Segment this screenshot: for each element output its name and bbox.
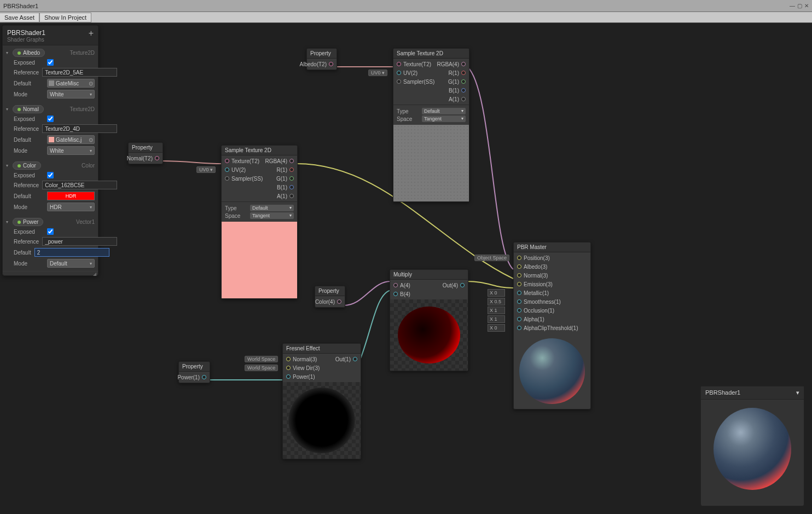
- input-port[interactable]: [517, 282, 521, 286]
- show-in-project-button[interactable]: Show In Project: [39, 13, 91, 22]
- mode-dropdown[interactable]: HDR: [47, 203, 95, 211]
- close-icon[interactable]: ✕: [804, 3, 809, 9]
- input-port[interactable]: [286, 374, 291, 379]
- input-port[interactable]: [225, 176, 229, 181]
- node-pbr-master[interactable]: PBR Master Object Space Position(3) Albe…: [513, 242, 591, 409]
- collapse-icon[interactable]: ▾: [6, 107, 10, 112]
- uv-tag[interactable]: UV0 ▾: [196, 166, 216, 173]
- output-port[interactable]: [155, 156, 159, 160]
- input-port[interactable]: [517, 291, 521, 295]
- type-dropdown[interactable]: Default: [422, 108, 466, 114]
- space-tag[interactable]: Object Space: [474, 255, 509, 261]
- property-color[interactable]: ▾ Color Color Exposed Reference Default …: [3, 158, 98, 215]
- output-port[interactable]: [461, 71, 466, 75]
- output-port[interactable]: [289, 194, 294, 198]
- input-port[interactable]: [397, 79, 401, 84]
- reference-input[interactable]: [42, 68, 117, 77]
- output-port[interactable]: [461, 79, 466, 84]
- texture-object-field[interactable]: GateMisc.j⊙: [47, 135, 95, 144]
- exposed-checkbox[interactable]: [47, 228, 54, 235]
- output-port[interactable]: [461, 62, 466, 66]
- node-property-normal[interactable]: Property Nomal(T2): [128, 142, 163, 164]
- property-pill[interactable]: Albedo: [13, 49, 45, 57]
- property-normal[interactable]: ▾ Nomal Texture2D Exposed Reference Defa…: [3, 102, 98, 158]
- texture-object-field[interactable]: GateMisc⊙: [47, 79, 95, 88]
- maximize-icon[interactable]: ▢: [797, 3, 802, 9]
- space-tag[interactable]: World Space: [245, 365, 278, 371]
- input-port[interactable]: [225, 159, 229, 163]
- object-picker-icon[interactable]: ⊙: [89, 137, 93, 143]
- space-dropdown[interactable]: Tangent: [422, 115, 466, 122]
- output-port[interactable]: [329, 62, 333, 66]
- mode-dropdown[interactable]: White: [47, 146, 95, 155]
- input-port[interactable]: [393, 283, 398, 287]
- input-port[interactable]: [517, 326, 521, 330]
- node-property-power[interactable]: Property Power(1): [178, 361, 210, 383]
- panel-resize-handle[interactable]: ◢: [3, 271, 98, 275]
- output-port[interactable]: [461, 97, 466, 101]
- input-port[interactable]: [517, 299, 521, 304]
- node-property-albedo[interactable]: Property Albedo(T2): [306, 48, 337, 70]
- collapse-icon[interactable]: ▾: [6, 220, 10, 224]
- x-field[interactable]: X 1: [488, 315, 505, 323]
- output-port[interactable]: [202, 375, 206, 379]
- property-power[interactable]: ▾ Power Vector1 Exposed Reference Defaul…: [3, 215, 98, 271]
- x-field[interactable]: X 0: [488, 324, 505, 332]
- input-port[interactable]: [397, 71, 401, 75]
- space-tag[interactable]: World Space: [245, 356, 278, 362]
- output-port[interactable]: [289, 185, 294, 189]
- input-port[interactable]: [517, 256, 521, 260]
- save-asset-button[interactable]: Save Asset: [0, 13, 39, 22]
- chevron-down-icon[interactable]: ▾: [796, 389, 799, 396]
- exposed-checkbox[interactable]: [47, 115, 54, 122]
- x-field[interactable]: X 0.5: [488, 298, 505, 305]
- property-pill[interactable]: Color: [13, 161, 41, 170]
- output-port[interactable]: [289, 176, 294, 181]
- output-port[interactable]: [353, 357, 357, 361]
- add-property-button[interactable]: +: [89, 29, 94, 38]
- node-multiply[interactable]: Multiply A(4) Out(4) B(4): [390, 269, 468, 371]
- uv-tag[interactable]: UV0 ▾: [368, 70, 387, 76]
- x-field[interactable]: X 1: [488, 307, 505, 314]
- property-albedo[interactable]: ▾ Albedo Texture2D Exposed Reference Def…: [3, 45, 98, 102]
- exposed-checkbox[interactable]: [47, 59, 54, 66]
- output-port[interactable]: [337, 299, 341, 304]
- reference-input[interactable]: [42, 124, 117, 133]
- graph-canvas[interactable]: PBRShader1 Shader Graphs + ▾ Albedo Text…: [0, 23, 812, 514]
- collapse-icon[interactable]: ▾: [6, 163, 10, 168]
- input-port[interactable]: [286, 366, 291, 370]
- collapse-icon[interactable]: ▾: [6, 50, 10, 55]
- default-input[interactable]: [34, 248, 109, 257]
- input-port[interactable]: [393, 292, 398, 296]
- input-port[interactable]: [397, 62, 401, 66]
- input-port[interactable]: [286, 357, 291, 361]
- input-port[interactable]: [517, 273, 521, 278]
- output-port[interactable]: [461, 88, 466, 93]
- output-port[interactable]: [289, 159, 294, 163]
- input-port[interactable]: [517, 308, 521, 313]
- reference-input[interactable]: [42, 181, 117, 189]
- node-fresnel-effect[interactable]: Fresnel Effect World Space Normal(3) Out…: [282, 343, 361, 459]
- mode-dropdown[interactable]: White: [47, 90, 95, 99]
- reference-input[interactable]: [42, 237, 117, 246]
- input-port[interactable]: [517, 317, 521, 321]
- color-field[interactable]: HDR: [47, 192, 95, 200]
- input-port[interactable]: [225, 168, 229, 172]
- property-pill[interactable]: Power: [13, 218, 43, 226]
- main-preview-panel[interactable]: PBRShader1 ▾: [700, 386, 804, 506]
- input-port[interactable]: [517, 264, 521, 269]
- type-dropdown[interactable]: Default: [250, 205, 294, 211]
- preview-viewport[interactable]: [701, 400, 804, 503]
- output-port[interactable]: [289, 168, 294, 172]
- node-sample-texture-albedo[interactable]: Sample Texture 2D Texture(T2) RGBA(4) UV…: [393, 48, 469, 202]
- object-picker-icon[interactable]: ⊙: [89, 80, 93, 86]
- output-port[interactable]: [460, 283, 465, 287]
- blackboard-panel[interactable]: PBRShader1 Shader Graphs + ▾ Albedo Text…: [2, 25, 98, 276]
- space-dropdown[interactable]: Tangent: [250, 212, 294, 219]
- minimize-icon[interactable]: —: [790, 3, 795, 9]
- exposed-checkbox[interactable]: [47, 172, 54, 178]
- x-field[interactable]: X 0: [488, 289, 505, 297]
- node-sample-texture-normal[interactable]: Sample Texture 2D Texture(T2) RGBA(4) UV…: [221, 145, 298, 299]
- property-pill[interactable]: Nomal: [13, 105, 44, 113]
- node-property-color[interactable]: Property Color(4): [315, 286, 345, 308]
